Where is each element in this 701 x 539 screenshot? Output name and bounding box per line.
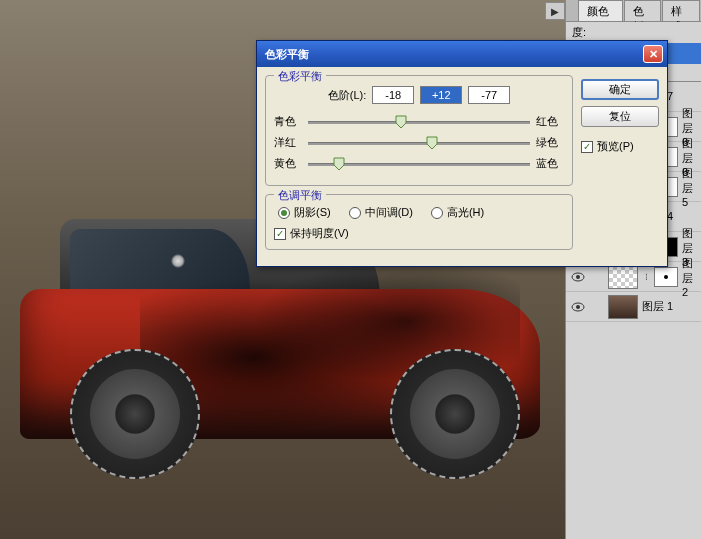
preview-checkbox[interactable]: ✓ 预览(P) <box>581 139 659 154</box>
selection-marquee-right <box>390 349 520 479</box>
tone-radio[interactable]: 中间调(D) <box>349 205 413 220</box>
level-input-3[interactable] <box>468 86 510 104</box>
checkbox-icon: ✓ <box>581 141 593 153</box>
radio-icon <box>278 207 290 219</box>
group-legend: 色彩平衡 <box>274 69 326 84</box>
layer-name[interactable]: 图层 2 <box>682 256 697 298</box>
tone-radio[interactable]: 阴影(S) <box>278 205 331 220</box>
layer-row[interactable]: 图层 1 <box>566 292 701 322</box>
slider-track-0[interactable] <box>308 115 530 129</box>
level-input-1[interactable] <box>372 86 414 104</box>
link-icon: ⁞ <box>642 272 650 282</box>
level-input-2[interactable] <box>420 86 462 104</box>
tab-swatches[interactable]: 色板 <box>624 0 662 21</box>
slider-thumb-icon[interactable] <box>333 157 345 171</box>
close-button[interactable]: ✕ <box>643 45 663 63</box>
slider-label-left: 黄色 <box>274 156 302 171</box>
dialog-titlebar[interactable]: 色彩平衡 ✕ <box>257 41 667 67</box>
tone-balance-group: 色调平衡 阴影(S)中间调(D)高光(H) ✓ 保持明度(V) <box>265 194 573 250</box>
visibility-eye-icon[interactable] <box>570 269 586 285</box>
slider-label-right: 红色 <box>536 114 564 129</box>
reset-button[interactable]: 复位 <box>581 106 659 127</box>
color-balance-dialog: 色彩平衡 ✕ 色彩平衡 色阶(L): 青色 红色洋红 绿色黄色 <box>256 40 668 267</box>
preserve-luminosity-checkbox[interactable]: ✓ 保持明度(V) <box>274 226 564 241</box>
radio-icon <box>431 207 443 219</box>
layer-thumb[interactable] <box>608 265 638 289</box>
slider-thumb-icon[interactable] <box>395 115 407 129</box>
layer-mask-thumb[interactable] <box>654 267 678 287</box>
tab-color[interactable]: 颜色× <box>578 0 623 21</box>
layer-name[interactable]: 图层 5 <box>682 166 697 208</box>
layer-thumb[interactable] <box>608 295 638 319</box>
svg-point-13 <box>576 275 580 279</box>
tab-styles[interactable]: 样式 <box>662 0 700 21</box>
color-panel-tabs: 颜色× 色板 样式 <box>566 0 701 22</box>
checkbox-icon: ✓ <box>274 228 286 240</box>
visibility-eye-icon[interactable] <box>570 299 586 315</box>
slider-track-1[interactable] <box>308 136 530 150</box>
layer-name[interactable]: 图层 1 <box>642 299 697 314</box>
slider-label-left: 洋红 <box>274 135 302 150</box>
slider-label-right: 蓝色 <box>536 156 564 171</box>
ok-button[interactable]: 确定 <box>581 79 659 100</box>
slider-thumb-icon[interactable] <box>426 136 438 150</box>
panel-collapse-arrow-icon[interactable]: ▶ <box>545 2 565 20</box>
radio-icon <box>349 207 361 219</box>
svg-point-15 <box>576 305 580 309</box>
close-icon: ✕ <box>649 48 658 61</box>
hue-label: 度: <box>572 25 586 40</box>
group-legend: 色调平衡 <box>274 188 326 203</box>
dialog-title: 色彩平衡 <box>265 47 643 62</box>
slider-label-left: 青色 <box>274 114 302 129</box>
selection-marquee-left <box>70 349 200 479</box>
color-balance-group: 色彩平衡 色阶(L): 青色 红色洋红 绿色黄色 蓝色 <box>265 75 573 186</box>
tone-radio[interactable]: 高光(H) <box>431 205 484 220</box>
level-label: 色阶(L): <box>328 88 367 103</box>
slider-label-right: 绿色 <box>536 135 564 150</box>
slider-track-2[interactable] <box>308 157 530 171</box>
